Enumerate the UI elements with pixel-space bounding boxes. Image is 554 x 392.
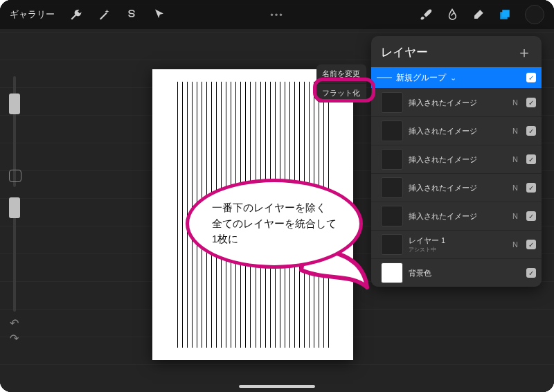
home-indicator — [239, 385, 315, 388]
layer-thumbnail — [381, 92, 403, 113]
layer-visibility-checkbox[interactable]: ✓ — [526, 154, 536, 164]
selection-s-icon[interactable] — [125, 8, 138, 21]
cursor-icon[interactable] — [153, 8, 166, 21]
layer-blend-mode[interactable]: N — [512, 127, 518, 135]
layer-name: 挿入されたイメージ — [409, 211, 507, 222]
layer-row[interactable]: 挿入されたイメージ N ✓ — [371, 145, 542, 173]
annotation-line: 全てのレイヤーを統合して — [212, 218, 337, 229]
layer-blend-mode[interactable]: N — [512, 155, 518, 163]
layer-visibility-checkbox[interactable]: ✓ — [526, 240, 536, 249]
layer-name: 挿入されたイメージ — [409, 154, 507, 165]
layers-panel: レイヤー ＋ 新規グループ ⌄ ✓ 挿入されたイメージ N ✓ 挿入されたイメー… — [371, 36, 542, 287]
left-sliders: ↶ ↷ — [7, 55, 22, 350]
layer-visibility-checkbox[interactable]: ✓ — [526, 126, 536, 136]
annotation-speech-bubble: 一番下のレイヤーを除く 全てのレイヤーを統合して 1枚に — [186, 179, 363, 269]
layer-thumbnail — [381, 121, 403, 141]
annotation-line: 1枚に — [212, 233, 238, 244]
group-visibility-checkbox[interactable]: ✓ — [526, 73, 536, 82]
smudge-icon[interactable] — [446, 8, 458, 21]
layer-row[interactable]: 挿入されたイメージ N ✓ — [371, 202, 542, 230]
gallery-button[interactable]: ギャラリー — [10, 8, 55, 21]
layer-row[interactable]: 挿入されたイメージ N ✓ — [371, 116, 542, 145]
layer-row[interactable]: 挿入されたイメージ N ✓ — [371, 88, 542, 116]
layer-visibility-checkbox[interactable]: ✓ — [526, 211, 536, 221]
top-toolbar: ギャラリー ••• — [0, 0, 554, 29]
layer-name: レイヤー 1 アシスト中 — [409, 235, 507, 253]
redo-icon[interactable]: ↷ — [10, 332, 19, 345]
layer-group-label: 新規グループ — [396, 72, 446, 84]
color-picker-avatar[interactable] — [525, 5, 544, 24]
layer-blend-mode[interactable]: N — [512, 240, 518, 249]
layers-icon[interactable] — [499, 8, 511, 21]
wand-icon[interactable] — [98, 8, 110, 21]
layers-panel-title: レイヤー — [381, 44, 428, 60]
layer-row[interactable]: 挿入されたイメージ N ✓ — [371, 173, 542, 202]
layer-blend-mode[interactable]: N — [512, 98, 518, 107]
menu-ellipsis-icon[interactable]: ••• — [270, 10, 284, 20]
layer-thumbnail — [381, 262, 403, 283]
brush-icon[interactable] — [420, 8, 432, 21]
wrench-icon[interactable] — [70, 8, 82, 21]
layer-thumbnail — [381, 149, 403, 170]
layer-name: 挿入されたイメージ — [409, 183, 507, 193]
context-menu-rename[interactable]: 名前を変更 — [316, 64, 366, 84]
layer-blend-mode[interactable]: N — [512, 184, 518, 192]
layer-blend-mode[interactable]: N — [512, 212, 518, 220]
eraser-icon[interactable] — [472, 8, 485, 21]
layer-thumbnail — [381, 206, 403, 226]
layer-name: 挿入されたイメージ — [409, 98, 507, 108]
modify-button[interactable] — [9, 170, 21, 182]
layer-sublabel: アシスト中 — [409, 246, 507, 253]
layer-thumbnail — [381, 177, 403, 198]
background-layer-row[interactable]: 背景色 ✓ — [371, 258, 542, 287]
add-layer-button[interactable]: ＋ — [517, 45, 532, 60]
opacity-thumb[interactable] — [9, 197, 20, 218]
layer-visibility-checkbox[interactable]: ✓ — [526, 183, 536, 193]
brush-size-thumb[interactable] — [9, 93, 20, 114]
context-menu-flatten[interactable]: フラット化 — [316, 84, 366, 103]
chevron-down-icon: ⌄ — [450, 73, 456, 82]
layer-group-row[interactable]: 新規グループ ⌄ ✓ — [371, 67, 542, 88]
layer-row[interactable]: レイヤー 1 アシスト中 N ✓ — [371, 230, 542, 258]
layer-visibility-checkbox[interactable]: ✓ — [526, 268, 536, 278]
layer-name: 挿入されたイメージ — [409, 126, 507, 136]
layer-context-menu: 名前を変更 フラット化 — [316, 64, 366, 103]
layer-name: 背景色 — [409, 268, 521, 278]
layer-visibility-checkbox[interactable]: ✓ — [526, 98, 536, 107]
layer-thumbnail — [381, 234, 403, 255]
undo-icon[interactable]: ↶ — [10, 317, 19, 330]
annotation-line: 一番下のレイヤーを除く — [212, 202, 326, 213]
